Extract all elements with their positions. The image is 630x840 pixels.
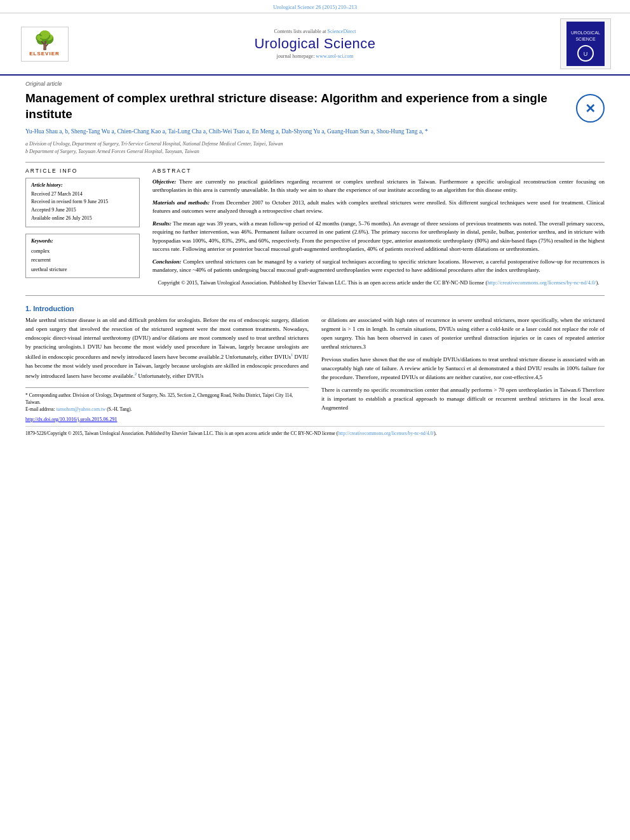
- keyword-3: urethral stricture: [31, 265, 134, 274]
- email-label: E-mail address:: [25, 406, 55, 412]
- results-label: Results:: [152, 220, 171, 227]
- copyright-text: Copyright © 2015, Taiwan Urological Asso…: [158, 279, 488, 286]
- objective-text: There are currently no practical guideli…: [152, 178, 605, 194]
- intro-para-4: There is currently no specific reconstru…: [321, 386, 605, 413]
- title-row: Management of complex urethral stricture…: [25, 91, 605, 127]
- abstract-objective: Objective: There are currently no practi…: [152, 178, 605, 195]
- contents-available-line: Contents lists available at ScienceDirec…: [70, 29, 560, 34]
- ref-1: 1: [291, 352, 293, 357]
- available-date: Available online 26 July 2015: [31, 215, 134, 223]
- abstract-methods: Materials and methods: From December 200…: [152, 199, 605, 216]
- abstract-results: Results: The mean age was 39 years, with…: [152, 220, 605, 254]
- svg-text:UROLOGICAL: UROLOGICAL: [571, 30, 600, 35]
- authors-text: Yu-Hua Shau a, b, Sheng-Tang Wu a, Chien…: [25, 128, 428, 135]
- intro-para-1-text: Male urethral stricture disease is an ol…: [25, 317, 309, 360]
- intro-number: 1.: [25, 305, 31, 312]
- abstract-conclusion: Conclusion: Complex urethral strictures …: [152, 258, 605, 275]
- intro-para-3: Previous studies have shown that the use…: [321, 356, 605, 382]
- intro-title: 1. Introduction: [25, 305, 605, 312]
- section-divider: [25, 295, 605, 296]
- article-title: Management of complex urethral stricture…: [25, 91, 570, 122]
- journal-title: Urological Science: [70, 36, 560, 52]
- bottom-cc-link[interactable]: http://creativecommons.org/licenses/by-n…: [338, 430, 434, 436]
- article-info-column: ARTICLE INFO Article history: Received 2…: [25, 168, 140, 287]
- svg-text:U: U: [584, 51, 588, 57]
- intro-para-4-text: There is currently no specific reconstru…: [321, 387, 605, 411]
- intro-left-col: Male urethral stricture disease is an ol…: [25, 316, 309, 416]
- journal-citation: Urological Science 26 (2015) 210–213: [273, 4, 357, 10]
- keywords-box: Keywords: complex recurrent urethral str…: [25, 234, 140, 278]
- abstract-column: ABSTRACT Objective: There are currently …: [152, 168, 605, 287]
- info-abstract-section: ARTICLE INFO Article history: Received 2…: [25, 168, 605, 287]
- corresponding-author-note: * Corresponding author. Division of Urol…: [25, 387, 309, 413]
- conclusion-text: Complex urethral strictures can be manag…: [152, 258, 605, 274]
- intro-para-3-text: Previous studies have shown that the use…: [321, 356, 605, 380]
- introduction-section: 1. Introduction Male urethral stricture …: [25, 305, 605, 416]
- authors-line: Yu-Hua Shau a, b, Sheng-Tang Wu a, Chien…: [25, 127, 605, 137]
- homepage-text: journal homepage:: [277, 53, 315, 59]
- svg-rect-0: [566, 22, 605, 66]
- accepted-date: Accepted 9 June 2015: [31, 206, 134, 215]
- methods-label: Materials and methods:: [152, 199, 210, 206]
- email-suffix: (S.-H. Tang).: [107, 406, 131, 412]
- homepage-line: journal homepage: www.urol-sci.com: [70, 53, 560, 59]
- intro-para-1: Male urethral stricture disease is an ol…: [25, 316, 309, 381]
- bottom-copyright-text: 1879-5226/Copyright © 2015, Taiwan Urolo…: [25, 430, 338, 436]
- abstract-copyright: Copyright © 2015, Taiwan Urological Asso…: [152, 279, 605, 287]
- keywords-title: Keywords:: [31, 238, 134, 244]
- elsevier-tree-icon: 🌳: [34, 32, 56, 50]
- article-type-label: Original article: [25, 81, 605, 87]
- intro-para-2: or dilations are associated with high ra…: [321, 316, 605, 352]
- received-revised-date: Received in revised form 9 June 2015: [31, 198, 134, 206]
- doi-line: http://dx.doi.org/10.1016/j.urols.2015.0…: [25, 417, 605, 422]
- article-title-block: Management of complex urethral stricture…: [25, 91, 570, 127]
- received-date: Received 27 March 2014: [31, 190, 134, 199]
- sciencedirect-link[interactable]: ScienceDirect: [328, 29, 356, 34]
- keyword-1: complex: [31, 246, 134, 255]
- bottom-copyright-end: ).: [434, 430, 436, 436]
- crossmark-icon: ✕: [585, 101, 596, 116]
- objective-label: Objective:: [152, 178, 176, 185]
- affiliation-a: a Division of Urology, Department of Sur…: [25, 140, 605, 148]
- conclusion-label: Conclusion:: [152, 258, 182, 265]
- cc-license-link[interactable]: http://creativecommons.org/licenses/by-n…: [487, 279, 596, 286]
- divider: [25, 162, 605, 163]
- copyright-end: ).: [596, 279, 599, 286]
- elsevier-logo-box: 🌳 ELSEVIER: [21, 27, 69, 62]
- article-content: Original article Management of complex u…: [0, 76, 630, 450]
- email-link[interactable]: tansohsm@yahoo.com.tw: [57, 406, 106, 412]
- elsevier-logo: 🌳 ELSEVIER: [19, 27, 70, 62]
- homepage-link[interactable]: www.urol-sci.com: [316, 53, 353, 59]
- contents-text: Contents lists available at: [274, 29, 326, 34]
- crossmark-badge[interactable]: ✕: [576, 94, 605, 123]
- article-history-box: Article history: Received 27 March 2014 …: [25, 178, 140, 227]
- ref-2: 2: [135, 371, 137, 376]
- page: Urological Science 26 (2015) 210–213 🌳 E…: [0, 0, 630, 840]
- intro-body-columns: Male urethral stricture disease is an ol…: [25, 316, 605, 416]
- journal-citation-bar: Urological Science 26 (2015) 210–213: [0, 0, 630, 13]
- journal-cover-icon: UROLOGICAL SCIENCE U: [560, 18, 611, 69]
- intro-right-col: or dilations are associated with high ra…: [321, 316, 605, 416]
- intro-title-text: Introduction: [33, 305, 74, 312]
- corresponding-note-text: * Corresponding author. Division of Urol…: [25, 392, 309, 406]
- results-text: The mean age was 39 years, with a mean f…: [152, 220, 605, 253]
- svg-text:SCIENCE: SCIENCE: [575, 37, 595, 41]
- email-line: E-mail address: tansohsm@yahoo.com.tw (S…: [25, 406, 309, 413]
- elsevier-label: ELSEVIER: [29, 51, 60, 57]
- keyword-2: recurrent: [31, 255, 134, 264]
- abstract-heading: ABSTRACT: [152, 168, 605, 174]
- journal-header: 🌳 ELSEVIER Contents lists available at S…: [0, 13, 630, 76]
- methods-text: From December 2007 to October 2013, adul…: [152, 199, 605, 215]
- affiliation-b: b Department of Surgery, Taoyuan Armed F…: [25, 148, 605, 156]
- history-title: Article history:: [31, 182, 134, 188]
- intro-para-2-text: or dilations are associated with high ra…: [321, 317, 605, 350]
- article-info-heading: ARTICLE INFO: [25, 168, 140, 174]
- journal-header-center: Contents lists available at ScienceDirec…: [70, 29, 560, 59]
- doi-link[interactable]: http://dx.doi.org/10.1016/j.urols.2015.0…: [25, 417, 117, 422]
- affiliations: a Division of Urology, Department of Sur…: [25, 140, 605, 156]
- bottom-copyright: 1879-5226/Copyright © 2015, Taiwan Urolo…: [25, 426, 605, 437]
